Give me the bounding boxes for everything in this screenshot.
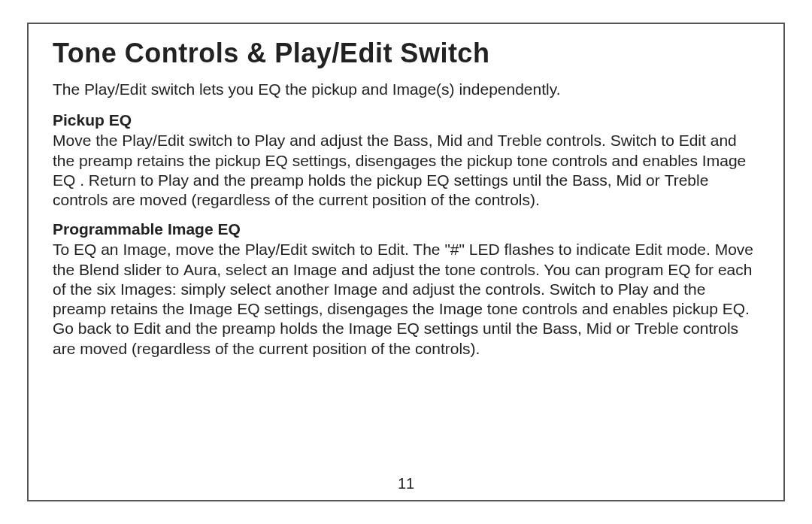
treble-term: Treble (665, 171, 709, 189)
text: slider to (120, 261, 183, 278)
blend-term: Blend (79, 261, 120, 278)
play-edit-term: Play/Edit (122, 132, 184, 149)
programmable-image-eq-heading: Programmable Image EQ (53, 220, 759, 238)
text: controls. Switch to (542, 132, 679, 149)
pickup-eq-heading: Pickup EQ (53, 111, 759, 129)
text: The (53, 80, 84, 98)
mid-term: Mid (437, 132, 462, 149)
text: and adjust the (285, 132, 393, 149)
bass-term: Bass (572, 171, 607, 189)
programmable-image-eq-paragraph: To EQ an Image, move the Play/Edit switc… (53, 240, 759, 359)
text: , (577, 320, 586, 337)
play-edit-term: Play/Edit (245, 241, 308, 258)
manual-page: Tone Controls & Play/Edit Switch The Pla… (27, 23, 785, 501)
mid-term: Mid (616, 171, 641, 189)
aura-term: Aura (183, 261, 217, 278)
text: or (641, 171, 664, 189)
text: switch lets you EQ the pickup and Image(… (147, 80, 561, 98)
text: , (429, 132, 438, 149)
text: or (612, 320, 635, 337)
pickup-eq-paragraph: Move the Play/Edit switch to Play and ad… (53, 131, 759, 210)
text: switch to (308, 241, 377, 258)
intro-paragraph: The Play/Edit switch lets you EQ the pic… (53, 80, 759, 99)
mid-term: Mid (586, 320, 612, 337)
text: and the preamp holds the pickup EQ setti… (189, 171, 572, 189)
treble-term: Treble (498, 132, 542, 149)
bass-term: Bass (393, 132, 429, 149)
treble-term: Treble (635, 320, 679, 337)
edit-term: Edit (679, 132, 706, 149)
text: controls are moved (regardless of the cu… (53, 191, 540, 208)
text: To EQ an Image, move the (53, 241, 245, 258)
page-number: 11 (29, 475, 783, 492)
edit-term: Edit (635, 241, 662, 258)
play-term: Play (618, 280, 649, 298)
text: and the preamp holds the Image EQ settin… (161, 320, 543, 337)
text: Move the (53, 132, 122, 149)
page-title: Tone Controls & Play/Edit Switch (53, 38, 759, 69)
play-term: Play (158, 171, 189, 189)
play-term: Play (254, 132, 285, 149)
text: . The "#" LED flashes to indicate (404, 241, 635, 258)
text: switch to (184, 132, 254, 149)
edit-term: Edit (377, 241, 404, 258)
bass-term: Bass (542, 320, 577, 337)
text: and (462, 132, 498, 149)
edit-term: Edit (133, 320, 160, 337)
play-edit-term: Play/Edit (84, 80, 147, 98)
text: , (607, 171, 617, 189)
